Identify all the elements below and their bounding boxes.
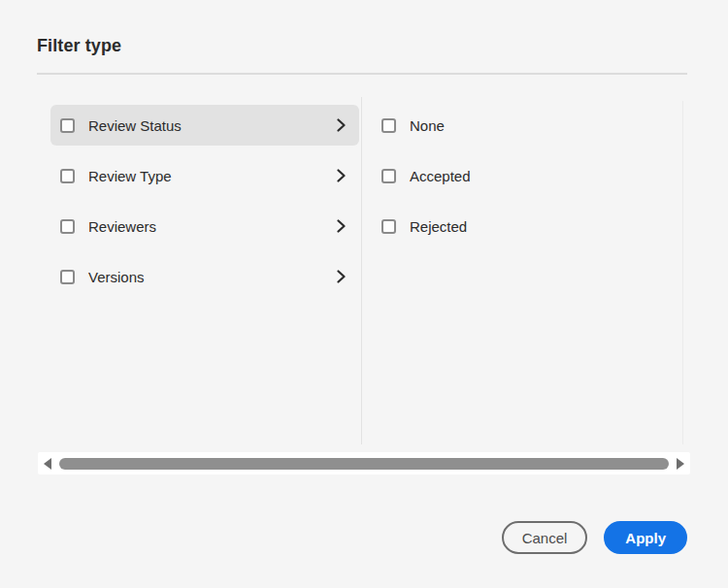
value-row-label: Accepted [410, 168, 471, 184]
filter-row-label: Reviewers [88, 218, 156, 235]
versions-checkbox[interactable] [60, 270, 75, 284]
right-edge-divider [682, 101, 683, 444]
review-status-checkbox[interactable] [60, 118, 75, 133]
cancel-button[interactable]: Cancel [502, 521, 588, 554]
value-row-accepted[interactable]: Accepted [380, 155, 667, 196]
rejected-checkbox[interactable] [381, 219, 396, 234]
filter-row-label: Review Type [88, 168, 172, 184]
apply-button[interactable]: Apply [604, 521, 687, 554]
filter-row-label: Review Status [88, 117, 182, 134]
dialog-title: Filter type [37, 36, 121, 56]
filter-row-versions[interactable]: Versions [50, 256, 359, 297]
value-row-none[interactable]: None [380, 105, 667, 146]
filter-type-dialog: Filter type Review Status Review Type Re… [0, 0, 728, 588]
filter-row-review-type[interactable]: Review Type [50, 155, 359, 196]
none-checkbox[interactable] [381, 118, 396, 133]
filter-value-list: None Accepted Rejected [380, 105, 667, 256]
filter-category-list: Review Status Review Type Reviewers Vers… [50, 105, 359, 307]
chevron-right-icon [336, 270, 346, 283]
value-row-label: Rejected [410, 218, 467, 235]
filter-row-review-status[interactable]: Review Status [50, 105, 359, 146]
value-row-label: None [410, 117, 445, 134]
scroll-right-arrow-icon[interactable] [677, 458, 684, 470]
review-type-checkbox[interactable] [60, 169, 75, 183]
chevron-right-icon [336, 219, 346, 233]
filter-row-label: Versions [88, 269, 145, 285]
accepted-checkbox[interactable] [381, 169, 396, 183]
dialog-footer: Cancel Apply [502, 521, 687, 554]
panel-divider [361, 97, 362, 444]
scrollbar-thumb[interactable] [59, 458, 669, 470]
header-divider [37, 73, 687, 75]
chevron-right-icon [336, 169, 346, 182]
filter-row-reviewers[interactable]: Reviewers [50, 206, 359, 246]
horizontal-scrollbar[interactable] [38, 452, 690, 474]
chevron-right-icon [336, 118, 346, 132]
reviewers-checkbox[interactable] [60, 219, 75, 234]
value-row-rejected[interactable]: Rejected [380, 206, 667, 246]
scroll-left-arrow-icon[interactable] [44, 458, 51, 470]
